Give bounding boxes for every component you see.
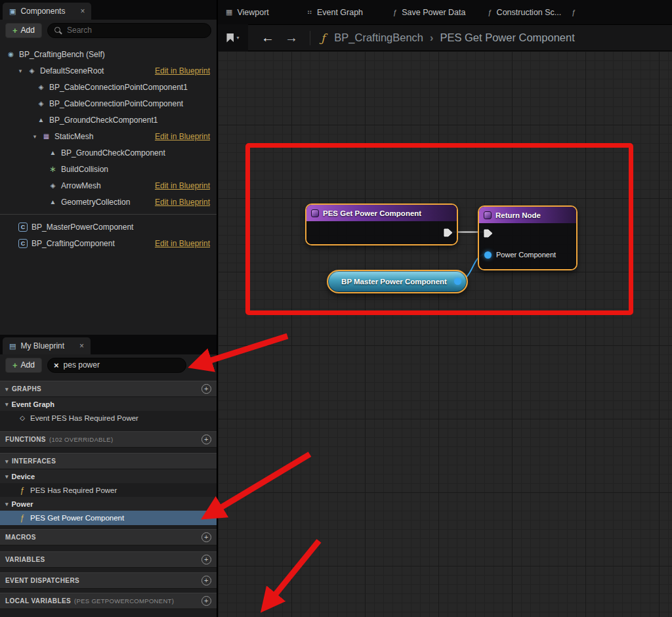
chevron-down-icon[interactable]: ▾ — [5, 458, 9, 465]
scene-component-icon: ◈ — [37, 100, 45, 107]
component-row[interactable]: ◈ BP_CableConnectionPointComponent1 — [0, 79, 217, 95]
component-row[interactable]: ◈ BP_CableConnectionPointComponent — [0, 95, 217, 112]
component-row-scene-root[interactable]: ▾ ◈ DefaultSceneRoot Edit in Blueprint — [0, 62, 217, 79]
tab-construction-script[interactable]: ƒ Construction Sc... — [488, 8, 561, 17]
edit-in-blueprint-link[interactable]: Edit in Blueprint — [155, 181, 210, 190]
list-item-pes-get-power-component-selected[interactable]: ƒ PES Get Power Component — [0, 511, 217, 525]
components-tree: ◉ BP_CraftingBench (Self) ▾ ◈ DefaultSce… — [0, 41, 217, 251]
component-label: BP_MasterPowerComponent — [32, 223, 133, 232]
section-event-dispatchers[interactable]: EVENT DISPATCHERS + — [0, 572, 217, 589]
tab-function-partial[interactable]: ƒ — [572, 9, 580, 16]
add-component-button[interactable]: + Add — [5, 23, 42, 38]
edit-in-blueprint-link[interactable]: Edit in Blueprint — [155, 198, 210, 207]
edit-in-blueprint-link[interactable]: Edit in Blueprint — [155, 239, 210, 248]
group-device-label: Device — [12, 473, 35, 480]
group-event-graph[interactable]: ▾ Event Graph — [0, 397, 217, 411]
components-toolbar: + Add — [0, 20, 217, 41]
components-search[interactable] — [47, 23, 211, 38]
add-macro-button[interactable]: + — [201, 532, 211, 542]
group-event-graph-label: Event Graph — [12, 400, 54, 408]
section-variables-label: VARIABLES — [5, 556, 45, 563]
chevron-down-icon[interactable]: ▾ — [32, 133, 38, 140]
add-variable-button[interactable]: + — [201, 555, 211, 564]
node-return[interactable]: Return Node Power Component — [478, 205, 578, 270]
exec-output-pin[interactable] — [444, 228, 453, 237]
section-graphs[interactable]: ▾ GRAPHS + — [0, 381, 217, 397]
left-dock: ▣ Components × + Add ◉ BP_CraftingBe — [0, 0, 217, 617]
exec-input-pin[interactable] — [484, 229, 493, 238]
component-row[interactable]: C BP_MasterPowerComponent — [0, 219, 217, 235]
component-label: BP_GroundCheckComponent1 — [49, 116, 158, 125]
function-icon: ƒ — [488, 9, 492, 16]
my-blueprint-list: ▾ GRAPHS + ▾ Event Graph ◇ Event PES Has… — [0, 375, 217, 609]
node-wires — [218, 51, 672, 617]
edit-in-blueprint-link[interactable]: Edit in Blueprint — [155, 66, 210, 75]
node-bp-master-power-component[interactable]: BP Master Power Component — [327, 270, 468, 293]
tab-components[interactable]: ▣ Components × — [3, 3, 91, 20]
close-icon[interactable]: × — [80, 7, 85, 16]
add-graph-button[interactable]: + — [201, 384, 211, 394]
list-item-pes-has-required-power[interactable]: ƒ PES Has Required Power — [0, 483, 217, 497]
breadcrumb-root[interactable]: BP_CraftingBench — [334, 32, 423, 44]
viewport-icon: ▦ — [226, 8, 232, 16]
graph-icon: ⠶ — [307, 8, 312, 16]
section-variables[interactable]: VARIABLES + — [0, 551, 217, 568]
back-button[interactable]: ← — [261, 30, 274, 45]
chevron-down-icon[interactable]: ▾ — [5, 386, 9, 393]
list-item-label: PES Has Required Power — [30, 486, 117, 494]
interface-function-icon: ƒ — [18, 486, 26, 495]
component-row[interactable]: ▲ BP_GroundCheckComponent — [0, 144, 217, 161]
chevron-down-icon[interactable]: ▾ — [5, 401, 9, 408]
node-pes-get-power-component[interactable]: PES Get Power Component — [305, 203, 458, 245]
component-row[interactable]: ▲ GeometryCollection Edit in Blueprint — [0, 194, 217, 210]
add-dispatcher-button[interactable]: + — [201, 576, 211, 585]
add-blueprint-item-button[interactable]: + Add — [5, 358, 42, 373]
tree-separator — [0, 214, 217, 215]
chevron-down-icon[interactable]: ▾ — [5, 501, 9, 507]
tab-components-label: Components — [20, 7, 65, 16]
edit-in-blueprint-link[interactable]: Edit in Blueprint — [155, 132, 210, 141]
tab-viewport[interactable]: ▦ Viewport — [226, 8, 269, 17]
section-macros[interactable]: MACROS + — [0, 529, 217, 545]
component-row[interactable]: C BP_CraftingComponent Edit in Blueprint — [0, 235, 217, 251]
section-functions[interactable]: FUNCTIONS (102 OVERRIDABLE) + — [0, 431, 217, 448]
section-local-variables[interactable]: LOCAL VARIABLES (PES GETPOWERCOMPONENT) … — [0, 593, 217, 609]
component-row[interactable]: ∗ BuildCollision — [0, 161, 217, 177]
node-header[interactable]: PES Get Power Component — [306, 205, 457, 221]
add-function-button[interactable]: + — [201, 435, 211, 444]
component-label: BP_CableConnectionPointComponent — [49, 99, 183, 108]
object-output-pin[interactable] — [454, 278, 461, 285]
section-interfaces[interactable]: ▾ INTERFACES — [0, 453, 217, 469]
tab-event-graph[interactable]: ⠶ Event Graph — [307, 8, 363, 17]
section-interfaces-label: INTERFACES — [12, 457, 56, 465]
component-row[interactable]: ▲ BP_GroundCheckComponent1 — [0, 112, 217, 128]
object-input-pin[interactable] — [484, 251, 492, 259]
arrow-mesh-icon: ◈ — [49, 182, 57, 189]
add-local-variable-button[interactable]: + — [201, 596, 211, 606]
forward-button[interactable]: → — [285, 30, 298, 45]
chevron-down-icon[interactable]: ▾ — [17, 68, 24, 74]
blueprint-graph-canvas[interactable]: PES Get Power Component Return Node — [218, 51, 672, 617]
component-row-self[interactable]: ◉ BP_CraftingBench (Self) — [0, 46, 217, 62]
tab-save-power-data[interactable]: ƒ Save Power Data — [393, 8, 465, 17]
chevron-down-icon[interactable]: ▾ — [5, 473, 9, 480]
section-event-dispatchers-label: EVENT DISPATCHERS — [5, 577, 79, 584]
my-blueprint-search-input[interactable] — [64, 360, 180, 370]
my-blueprint-search[interactable]: × — [47, 358, 186, 373]
group-device[interactable]: ▾ Device — [0, 469, 217, 483]
node-header[interactable]: Return Node — [479, 207, 576, 223]
section-local-variables-note: (PES GETPOWERCOMPONENT) — [74, 597, 174, 605]
bookmark-button[interactable]: ▾ — [218, 24, 248, 51]
list-item-label: Event PES Has Required Power — [30, 414, 138, 422]
component-label: GeometryCollection — [61, 198, 130, 207]
group-power[interactable]: ▾ Power — [0, 497, 217, 511]
clear-search-icon[interactable]: × — [54, 360, 59, 370]
component-row[interactable]: ◈ ArrowMesh Edit in Blueprint — [0, 177, 217, 194]
list-item-event-pes-has-required-power[interactable]: ◇ Event PES Has Required Power — [0, 411, 217, 425]
component-row-staticmesh[interactable]: ▾ ▦ StaticMesh Edit in Blueprint — [0, 128, 217, 144]
filter-gear-icon[interactable]: ⚙ — [192, 359, 203, 371]
components-search-input[interactable] — [67, 26, 205, 35]
close-icon[interactable]: × — [79, 341, 84, 351]
blueprint-component-icon: C — [18, 239, 28, 248]
tab-my-blueprint[interactable]: ▤ My Blueprint × — [3, 337, 91, 354]
